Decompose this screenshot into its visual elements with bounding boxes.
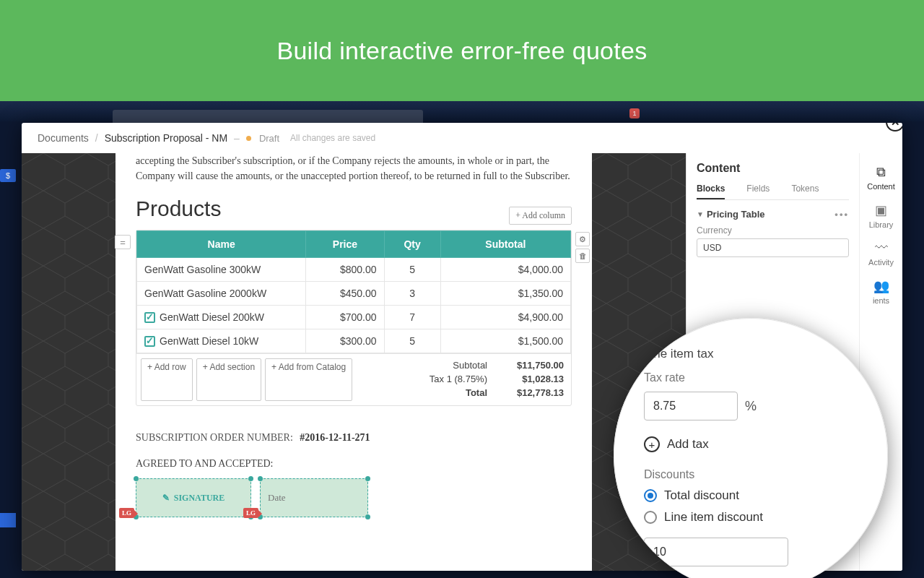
radio-icon[interactable] xyxy=(644,511,657,524)
drag-handle-icon[interactable]: = xyxy=(115,235,131,249)
col-price[interactable]: Price xyxy=(306,231,384,258)
left-sidebar-accent xyxy=(0,513,16,527)
chevron-down-icon: ▼ xyxy=(697,210,704,218)
promo-banner: Build interactive error-free quotes xyxy=(0,0,924,101)
trash-icon[interactable]: 🗑 xyxy=(575,249,590,263)
more-icon[interactable]: ••• xyxy=(834,209,849,220)
recipient-tag[interactable]: LG xyxy=(243,508,258,518)
zoom-lens: Line item tax Tax rate 8.75 % + Add tax … xyxy=(614,318,888,578)
gear-icon[interactable]: ⚙ xyxy=(575,232,590,246)
table-row[interactable]: GenWatt Diesel 10kW$300.005$1,500.00 xyxy=(137,329,571,353)
promo-headline: Build interactive error-free quotes xyxy=(276,37,647,65)
table-row[interactable]: GenWatt Gasoline 2000kW$450.003$1,350.00 xyxy=(137,282,571,306)
totals-block: Subtotal$11,750.00 Tax 1 (8.75%)$1,028.1… xyxy=(422,358,564,400)
breadcrumb-current[interactable]: Subscription Proposal - NM xyxy=(105,132,227,144)
document-status: Draft xyxy=(259,133,279,144)
add-column-button[interactable]: + Add column xyxy=(509,207,572,225)
rail-library[interactable]: ▣Library xyxy=(860,197,903,235)
breadcrumb-root[interactable]: Documents xyxy=(38,132,89,144)
signature-row: ✎ SIGNATURE LG Date LG xyxy=(136,478,572,517)
tab-tokens[interactable]: Tokens xyxy=(791,179,819,199)
signature-block[interactable]: ✎ SIGNATURE LG xyxy=(136,478,251,517)
checkbox-icon[interactable] xyxy=(144,336,155,347)
people-icon: 👥 xyxy=(860,278,903,294)
rail-recipients[interactable]: 👥ients xyxy=(860,272,903,311)
radio-total-discount[interactable]: Total discount xyxy=(644,488,866,503)
table-tools: ⚙ 🗑 xyxy=(575,232,590,263)
checkbox-icon[interactable] xyxy=(144,312,155,323)
col-qty[interactable]: Qty xyxy=(384,231,440,258)
canvas-stage[interactable]: accepting the Subscriber's subscription,… xyxy=(22,153,686,571)
agreed-line: AGREED TO AND ACCEPTED: xyxy=(136,458,572,470)
activity-icon: 〰 xyxy=(860,241,903,256)
notification-badge[interactable]: 1 xyxy=(629,108,640,118)
tax-rate-label: Tax rate xyxy=(644,371,866,384)
table-row[interactable]: GenWatt Diesel 200kW$700.007$4,900.00 xyxy=(137,306,571,329)
plus-circle-icon: + xyxy=(644,436,660,452)
line-item-tax-label: Line item tax xyxy=(644,347,866,361)
breadcrumb: Documents / Subscription Proposal - NM –… xyxy=(22,123,902,153)
date-block[interactable]: Date LG xyxy=(260,478,368,517)
tab-blocks[interactable]: Blocks xyxy=(697,179,725,199)
discount-value-input[interactable]: 10 xyxy=(644,538,788,566)
add-row-button[interactable]: + Add row xyxy=(141,358,193,401)
add-tax-button[interactable]: + Add tax xyxy=(644,436,866,452)
order-number-line: SUBSCRIPTION ORDER NUMBER: #2016-12-11-2… xyxy=(136,432,572,444)
breadcrumb-sep: / xyxy=(95,132,98,144)
currency-select[interactable]: USD xyxy=(697,238,849,257)
content-icon: ⧉ xyxy=(860,165,903,180)
add-section-button[interactable]: + Add section xyxy=(196,358,261,401)
pricing-icon[interactable]: $ xyxy=(0,169,16,182)
rail-content[interactable]: ⧉Content xyxy=(860,159,903,197)
discounts-heading: Discounts xyxy=(644,468,866,481)
table-row[interactable]: GenWatt Gasoline 300kW$800.005$4,000.00 xyxy=(137,258,571,282)
panel-title: Content xyxy=(697,162,849,175)
save-status: All changes are saved xyxy=(290,133,375,143)
currency-label: Currency xyxy=(697,225,849,236)
pen-icon: ✎ xyxy=(162,493,170,504)
percent-symbol: % xyxy=(745,399,757,414)
recipient-tag[interactable]: LG xyxy=(119,508,134,518)
intro-paragraph: accepting the Subscriber's subscription,… xyxy=(136,153,572,184)
app-backdrop: 1 $ ✕ Documents / Subscription Proposal … xyxy=(0,101,924,578)
section-pricing-table[interactable]: ▼ Pricing Table ••• xyxy=(697,209,849,220)
col-subtotal[interactable]: Subtotal xyxy=(440,231,570,258)
radio-line-item-discount[interactable]: Line item discount xyxy=(644,510,866,525)
radio-icon[interactable] xyxy=(644,489,657,502)
document-page[interactable]: accepting the Subscriber's subscription,… xyxy=(116,153,592,571)
add-from-catalog-button[interactable]: + Add from Catalog xyxy=(265,358,352,401)
col-name[interactable]: Name xyxy=(137,231,306,258)
pricing-table[interactable]: = ⚙ 🗑 Name Price Qty Subtotal xyxy=(136,230,572,406)
panel-tabs: Blocks Fields Tokens xyxy=(697,179,849,200)
rail-activity[interactable]: 〰Activity xyxy=(860,235,903,272)
products-table: Name Price Qty Subtotal GenWatt Gasoline… xyxy=(136,230,571,353)
products-heading: Products xyxy=(136,197,572,221)
library-icon: ▣ xyxy=(860,202,903,218)
status-dot-icon xyxy=(246,136,251,141)
tab-fields[interactable]: Fields xyxy=(746,179,770,199)
tax-rate-input[interactable]: 8.75 xyxy=(644,392,738,420)
